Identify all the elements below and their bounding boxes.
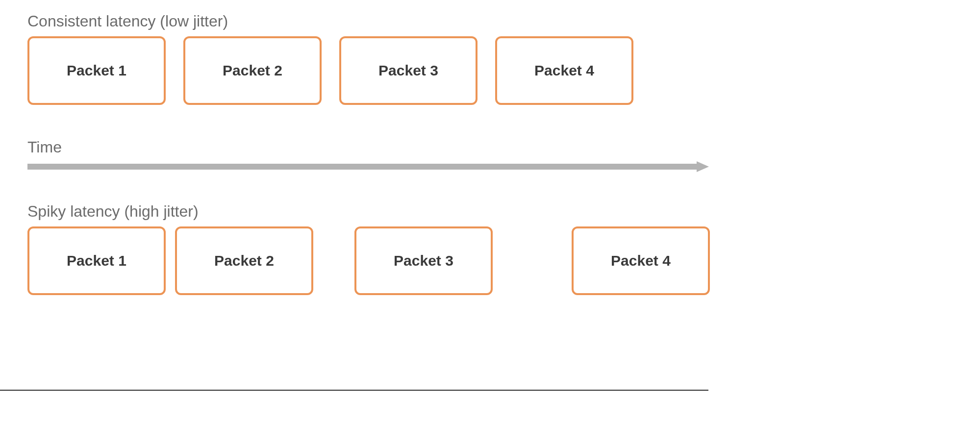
packet-label: Packet 1 — [67, 62, 126, 79]
time-arrow — [27, 160, 709, 173]
packet-bottom-1: Packet 1 — [27, 226, 166, 295]
packet-label: Packet 3 — [394, 252, 453, 269]
time-block: Time — [27, 138, 709, 173]
packet-bottom-3: Packet 3 — [354, 226, 493, 295]
bottom-section: Spiky latency (high jitter) Packet 1 Pac… — [27, 202, 709, 300]
packet-label: Packet 4 — [534, 62, 594, 79]
top-section-title: Consistent latency (low jitter) — [27, 12, 709, 30]
svg-marker-1 — [697, 161, 709, 172]
packet-top-3: Packet 3 — [339, 36, 477, 105]
packet-label: Packet 4 — [611, 252, 671, 269]
diagram-container: Consistent latency (low jitter) Packet 1… — [27, 12, 709, 300]
packet-label: Packet 3 — [378, 62, 438, 79]
packet-label: Packet 2 — [214, 252, 274, 269]
bottom-section-title: Spiky latency (high jitter) — [27, 202, 709, 221]
arrow-icon — [27, 160, 709, 173]
packet-top-1: Packet 1 — [27, 36, 166, 105]
packet-top-2: Packet 2 — [183, 36, 322, 105]
packet-top-4: Packet 4 — [495, 36, 633, 105]
bottom-packet-row: Packet 1 Packet 2 Packet 3 Packet 4 — [27, 226, 709, 300]
packet-label: Packet 1 — [67, 252, 126, 269]
footer-line — [0, 390, 708, 391]
time-label: Time — [27, 138, 709, 156]
packet-bottom-4: Packet 4 — [572, 226, 710, 295]
packet-bottom-2: Packet 2 — [175, 226, 313, 295]
packet-label: Packet 2 — [223, 62, 282, 79]
top-packet-row: Packet 1 Packet 2 Packet 3 Packet 4 — [27, 36, 709, 110]
